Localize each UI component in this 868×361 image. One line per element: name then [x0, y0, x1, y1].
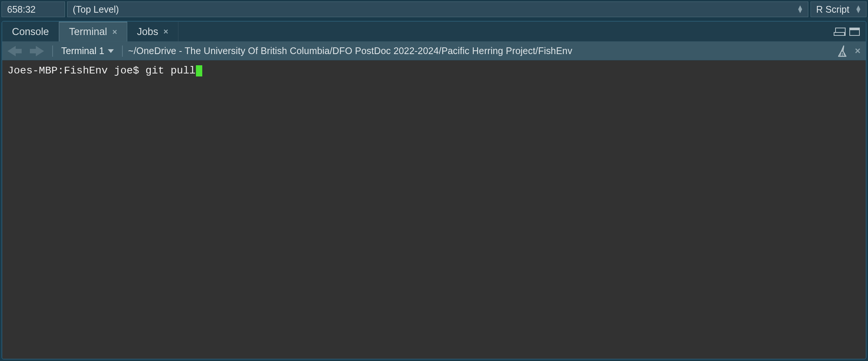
- divider: [122, 45, 123, 57]
- console-pane: Console Terminal × Jobs × Terminal 1: [1, 21, 867, 360]
- tab-terminal[interactable]: Terminal ×: [59, 22, 127, 41]
- arrow-right-icon: [36, 46, 44, 56]
- working-directory-path[interactable]: ~/OneDrive - The University Of British C…: [128, 45, 572, 56]
- clear-terminal-icon[interactable]: [836, 45, 848, 57]
- tab-jobs-label: Jobs: [137, 26, 158, 38]
- cursor-position-text: 658:32: [7, 4, 35, 15]
- terminal-cursor: [196, 65, 202, 76]
- sort-icon: ▲▼: [855, 6, 862, 13]
- chevron-down-icon: [108, 49, 114, 53]
- nav-forward-button[interactable]: [30, 46, 47, 56]
- close-icon[interactable]: ×: [112, 27, 117, 37]
- close-icon[interactable]: ×: [163, 27, 168, 37]
- tab-jobs[interactable]: Jobs ×: [127, 22, 178, 41]
- scope-label: (Top Level): [73, 4, 119, 15]
- maximize-pane-icon[interactable]: [849, 28, 860, 36]
- arrow-left-icon: [7, 46, 16, 56]
- language-label: R Script: [816, 4, 849, 15]
- terminal-toolbar: Terminal 1 ~/OneDrive - The University O…: [2, 42, 866, 60]
- close-terminal-icon[interactable]: ×: [855, 45, 861, 57]
- terminal-prompt: Joes-MBP:FishEnv joe$: [7, 65, 146, 76]
- nav-back-button[interactable]: [7, 46, 25, 56]
- pane-window-controls: [835, 22, 866, 41]
- cursor-position-box[interactable]: 658:32: [1, 1, 65, 17]
- minimize-pane-icon[interactable]: [835, 28, 846, 36]
- editor-status-bar: 658:32 (Top Level) ▲▼ R Script ▲▼: [1, 1, 867, 17]
- tab-console[interactable]: Console: [2, 22, 59, 41]
- terminal-selector[interactable]: Terminal 1: [58, 45, 117, 56]
- divider: [52, 45, 53, 57]
- scope-selector[interactable]: (Top Level) ▲▼: [67, 1, 808, 17]
- tab-console-label: Console: [12, 26, 49, 38]
- pane-tab-strip: Console Terminal × Jobs ×: [2, 22, 866, 42]
- language-selector[interactable]: R Script ▲▼: [811, 1, 867, 17]
- sort-icon: ▲▼: [797, 6, 803, 13]
- terminal-selector-label: Terminal 1: [61, 45, 104, 56]
- tab-terminal-label: Terminal: [69, 26, 107, 38]
- terminal-command: git pull: [146, 65, 196, 76]
- terminal-output[interactable]: Joes-MBP:FishEnv joe$ git pull: [2, 60, 866, 359]
